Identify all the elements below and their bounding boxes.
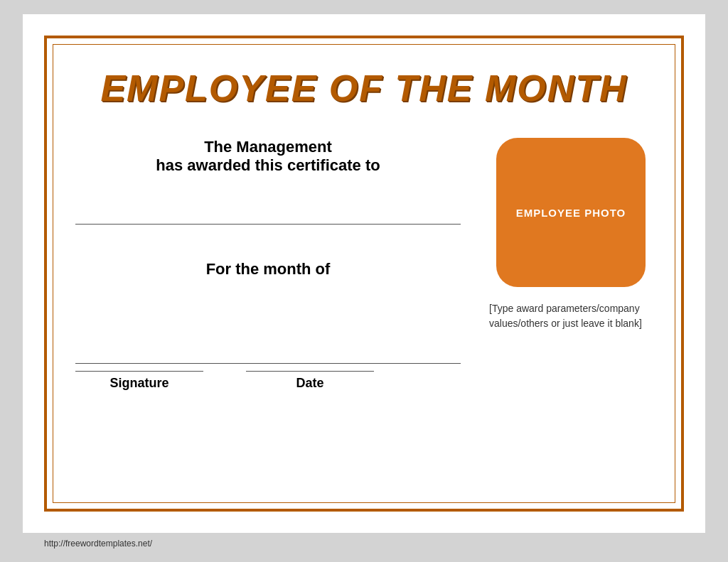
- footer-url: http://freewordtemplates.net/: [23, 539, 705, 549]
- management-line: The Management: [75, 138, 461, 156]
- right-section: EMPLOYEE PHOTO [Type award parameters/co…: [489, 138, 653, 331]
- outer-border: EMPLOYEE OF THE MONTH The Management has…: [44, 36, 684, 512]
- month-line: [75, 342, 461, 364]
- signature-area: Signature Date: [75, 371, 461, 391]
- signature-line: [75, 371, 203, 372]
- date-label: Date: [296, 376, 323, 391]
- certificate-page: EMPLOYEE OF THE MONTH The Management has…: [23, 14, 705, 533]
- left-section: The Management has awarded this certific…: [75, 138, 489, 391]
- award-params-text: [Type award parameters/company values/ot…: [489, 301, 653, 331]
- certificate-title: EMPLOYEE OF THE MONTH: [100, 67, 627, 109]
- name-line: [75, 203, 461, 225]
- signature-label: Signature: [109, 376, 168, 391]
- date-block: Date: [246, 371, 374, 391]
- content-area: The Management has awarded this certific…: [75, 138, 653, 480]
- month-label: For the month of: [75, 260, 461, 279]
- signature-block: Signature: [75, 371, 203, 391]
- employee-photo-box: EMPLOYEE PHOTO: [496, 138, 646, 287]
- award-text: The Management has awarded this certific…: [75, 138, 461, 175]
- date-line: [246, 371, 374, 372]
- award-subtitle: has awarded this certificate to: [75, 156, 461, 175]
- employee-photo-label: EMPLOYEE PHOTO: [516, 207, 626, 219]
